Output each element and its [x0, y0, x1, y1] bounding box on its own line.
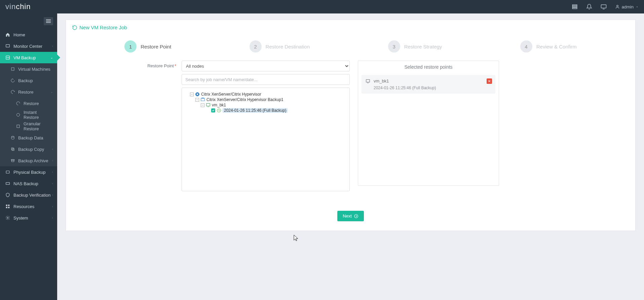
node-select[interactable]: All nodes — [182, 61, 350, 71]
restore-icon — [16, 101, 20, 105]
restore-point-controls: All nodes − Citrix XenServer/Citrix Hype… — [182, 61, 350, 191]
backup-icon — [11, 78, 15, 82]
svg-rect-8 — [46, 22, 51, 23]
step-3[interactable]: 3 Restore Strategy — [388, 40, 442, 53]
home-icon — [5, 32, 10, 37]
sidebar-item-physical-backup[interactable]: Physical Backup ‹ — [0, 166, 57, 178]
svg-rect-1 — [572, 6, 577, 7]
database-icon — [11, 136, 15, 140]
brand-part2: chin — [16, 2, 31, 11]
monitor-center-icon — [5, 44, 10, 48]
step-num: 1 — [124, 40, 137, 53]
user-menu[interactable]: admin — [615, 4, 639, 9]
sidebar-item-home[interactable]: Home — [0, 29, 57, 40]
sidebar-item-label: Home — [13, 32, 25, 37]
svg-rect-3 — [601, 5, 606, 8]
search-input[interactable] — [182, 74, 350, 85]
sidebar-item-nas-backup[interactable]: NAS Backup ‹ — [0, 178, 57, 189]
collapse-icon[interactable]: − — [201, 103, 204, 107]
next-button[interactable]: Next — [337, 211, 364, 221]
sidebar-item-monitor-center[interactable]: Monitor Center ‹ — [0, 40, 57, 52]
svg-point-5 — [616, 5, 618, 7]
selected-list: vm_bk1 2024-01-26 11:25:46 (Full Backup) — [358, 75, 499, 186]
tree-node-vm[interactable]: − vm_bk1 — [201, 103, 347, 107]
gear-icon — [5, 215, 10, 220]
remove-button[interactable] — [487, 78, 492, 84]
svg-rect-28 — [201, 98, 205, 101]
collapse-icon[interactable]: − — [190, 93, 194, 96]
svg-rect-0 — [572, 5, 577, 6]
svg-rect-16 — [11, 148, 13, 150]
chevron-down-icon: ⌄ — [50, 56, 53, 59]
svg-rect-22 — [6, 205, 7, 206]
chevron-left-icon: ‹ — [52, 147, 53, 151]
sidebar-item-backup-archive[interactable]: Backup Archive ‹ — [0, 155, 57, 166]
step-num: 3 — [388, 40, 400, 53]
monitor-icon[interactable] — [601, 4, 607, 10]
sidebar-item-label: Resources — [13, 204, 34, 209]
sidebar-item-virtual-machines[interactable]: Virtual Machines — [0, 63, 57, 75]
restore-point-tree[interactable]: − Citrix XenServer/Citrix Hypervisor − — [182, 88, 350, 191]
sidebar: Home Monitor Center ‹ VM VM Backup ⌄ Vir… — [0, 13, 57, 300]
sidebar-item-label: Backup — [18, 78, 33, 83]
hamburger-icon — [46, 19, 51, 23]
sidebar-item-label: Physical Backup — [13, 170, 45, 175]
step-4[interactable]: 4 Review & Confirm — [520, 40, 577, 53]
arrow-right-circle-icon — [354, 214, 358, 219]
chevron-down-icon — [636, 5, 639, 8]
sidebar-item-label: NAS Backup — [13, 181, 38, 186]
selected-item: vm_bk1 2024-01-26 11:25:46 (Full Backup) — [362, 75, 495, 94]
sidebar-item-resources[interactable]: Resources ‹ — [0, 201, 57, 212]
tree-node-job[interactable]: − Citrix XenServer/Citrix Hypervisor Bac… — [195, 97, 347, 102]
sidebar-item-backup-copy[interactable]: Backup Copy ‹ — [0, 143, 57, 155]
tree-node-label: Citrix XenServer/Citrix Hypervisor Backu… — [206, 97, 283, 102]
selected-title: Selected restore points — [358, 61, 499, 73]
sidebar-item-backup-verification[interactable]: Backup Verification ‹ — [0, 189, 57, 201]
vm-icon — [11, 67, 15, 71]
sidebar-item-granular-restore[interactable]: Granular Restore — [0, 121, 57, 132]
step-1: 1 Restore Point — [124, 40, 171, 53]
wizard-steps: 1 Restore Point 2 Restore Destination 3 … — [72, 38, 629, 59]
sidebar-item-vm-backup[interactable]: VM VM Backup ⌄ — [0, 52, 57, 63]
tree-node-restore-point[interactable]: 2024-01-26 11:25:46 (Full Backup) — [206, 108, 347, 113]
top-header: vinchin admin — [0, 0, 644, 13]
collapse-icon[interactable]: − — [195, 98, 199, 102]
sidebar-item-instant-restore[interactable]: Instant Restore — [0, 109, 57, 121]
restore-point-label-text: Restore Point — [147, 63, 174, 68]
selected-point-label: 2024-01-26 11:25:46 (Full Backup) — [366, 86, 491, 90]
step-num: 4 — [520, 40, 532, 53]
sidebar-item-backup-data[interactable]: Backup Data — [0, 132, 57, 143]
svg-rect-7 — [46, 21, 51, 22]
sidebar-item-restore-sub[interactable]: Restore — [0, 98, 57, 109]
sidebar-toggle-button[interactable] — [44, 17, 53, 25]
sidebar-item-backup[interactable]: Backup — [0, 75, 57, 86]
list-icon[interactable] — [572, 4, 578, 10]
tree-node-label: vm_bk1 — [212, 103, 226, 107]
checkbox-checked[interactable] — [211, 108, 215, 112]
main-panel: New VM Restore Job 1 Restore Point 2 Res… — [66, 20, 636, 231]
bell-icon[interactable] — [586, 4, 592, 10]
chevron-left-icon: ‹ — [52, 170, 53, 174]
granular-restore-icon — [16, 124, 20, 128]
archive-icon — [11, 159, 15, 163]
selected-vm-label: vm_bk1 — [374, 78, 389, 84]
tree-node-hypervisor[interactable]: − Citrix XenServer/Citrix Hypervisor — [190, 92, 347, 97]
svg-rect-21 — [6, 182, 10, 185]
chevron-left-icon: ‹ — [52, 216, 53, 220]
sidebar-item-label: Granular Restore — [24, 121, 52, 131]
sidebar-toggle-row — [0, 13, 57, 29]
step-label: Restore Point — [141, 44, 171, 49]
svg-rect-9 — [6, 44, 10, 47]
chevron-left-icon: ‹ — [52, 182, 53, 185]
step-2[interactable]: 2 Restore Destination — [250, 40, 310, 53]
chevron-left-icon: ‹ — [52, 205, 53, 208]
sidebar-item-label: Backup Copy — [18, 147, 44, 152]
restore-icon — [11, 90, 15, 94]
verification-icon — [5, 193, 10, 197]
sidebar-item-system[interactable]: System ‹ — [0, 212, 57, 224]
sidebar-item-restore[interactable]: Restore ⌄ — [0, 86, 57, 98]
panel-heading: New VM Restore Job — [66, 20, 635, 35]
svg-rect-29 — [202, 98, 204, 98]
job-icon — [200, 97, 205, 102]
copy-icon — [11, 147, 15, 151]
